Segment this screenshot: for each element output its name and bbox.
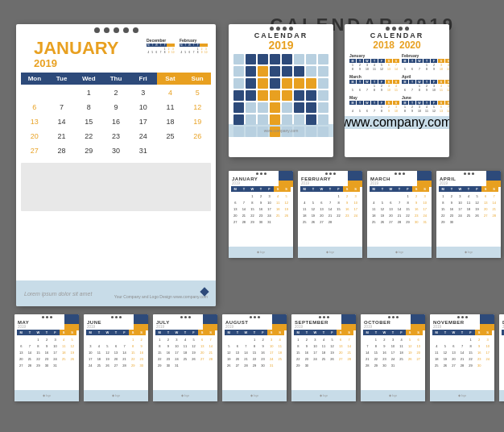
sc-day-headers: MTWTFSS [363,330,423,335]
sc-dh: F [473,186,481,192]
sc-dh: S [267,330,276,335]
sc-cal: --12345 6789101112 13141516171819 202122… [17,336,76,368]
cal-cell: 23 [102,130,130,143]
sc-dh: F [328,330,337,335]
sc-dh: S [414,330,423,335]
sc-cal: ---1234 567891011 12131415161718 1920212… [225,336,284,368]
small-card-mar: MARCH 2019 M T W T F S S ----123 4567891… [367,171,432,258]
sc-dh: M [155,330,164,335]
sc-dh: S [345,330,353,335]
px [306,54,316,64]
sc-cal: ----123 45678910 11121314151617 18192021… [370,193,429,225]
sc-day-headers: M T W T F S S [370,186,429,192]
px [246,54,256,64]
month-header: JANUARY 2019 [24,36,129,71]
card-year: 2019 [229,39,333,52]
sc-dh: W [242,330,250,335]
mini-cal-feb: February M T W T F S S 1 2 3 4 [180,38,208,54]
sc-day-headers: MTWTFSS [86,330,146,335]
sc-day-headers: M T W T F S S [439,186,498,192]
px [258,66,268,77]
color-block [203,314,217,330]
sc-footer: ◆ logo [84,390,148,401]
week-row-3: 20 21 22 23 24 25 26 [21,130,211,143]
sc-dh: S [275,330,284,335]
sc-footer: ◆ logo [229,247,293,258]
color-block [272,314,287,330]
footer-text: www.company.com [264,128,299,133]
cal-cell: 19 [184,115,211,129]
px [318,102,328,113]
small-card-jul: JULY 2019 MTWTFSS 1234567 891011121314 1… [153,314,217,401]
large-calendar-card: JANUARY 2019 December M T W T F S S [16,24,216,306]
cal-cell: 31 [130,144,157,158]
px [306,66,316,77]
sc-dh: S [490,186,498,192]
sc-footer: ◆ logo [14,390,79,401]
sc-footer: ◆ logo [430,390,494,401]
sc-dh: M [17,330,26,335]
px [258,78,268,89]
px [270,66,280,77]
year-number: 2019 [34,57,119,69]
px [258,114,268,125]
week-row-2: 13 14 15 16 17 18 19 [21,115,211,129]
px [294,78,304,89]
week-row-4: 27 28 29 30 31 [21,144,211,158]
cal-cell: 29 [75,144,102,158]
sc-dh: F [334,186,343,192]
cal-cell: 27 [21,144,48,158]
company-text: Your Company and Logo Design www.company… [114,294,208,299]
cal-cell: 6 [21,101,48,114]
cal-cell: 11 [157,101,184,114]
px [306,114,316,125]
sc-dh: S [198,330,207,335]
week-row-1b: 6 7 8 9 10 11 12 [21,101,211,114]
px [318,54,328,64]
sc-footer: ◆ logo [499,390,504,401]
small-card-apr: APRIL 2019 M T W T F S S 1234567 8910111… [436,171,501,258]
sc-dh: S [206,330,215,335]
sc-dh: F [258,330,267,335]
sc-header: DECEMBER 2019 [499,319,504,329]
sc-cal: 1234567 891011121314 15161718192021 2223… [439,193,498,225]
px [233,114,244,125]
day-header-sat: Sat [157,73,184,85]
years-row: 2018 2020 [345,39,449,51]
px [246,127,256,137]
color-block [279,171,293,187]
sc-dh: S [406,330,415,335]
two-year-grid: January MTWTFSS 1234567 891011121314 Feb… [345,51,449,116]
sc-day-headers: MTWTFSS [225,330,284,335]
spiral-binding [16,24,216,35]
small-card-sep: SEPTEMBER 2019 MTWTFSS 1234567 891011121… [291,314,356,401]
sc-dh: S [420,186,429,192]
px [306,78,316,89]
week-row-1: 1 2 3 4 5 [21,86,211,100]
sc-dh: T [26,330,35,335]
medium-graphic-card: CALENDAR 2019 [229,24,333,157]
cal-cell: 15 [75,115,102,129]
small-card-jun: JUNE 2019 MTWTFSS -----12 3456789 101112… [84,314,148,401]
sc-cal: ----123 45678910 11121314151617 18192021… [300,193,360,225]
sc-dh: T [326,186,335,192]
sc-dh: F [120,330,129,335]
ty-month-mar: March MTWTFSS 1234 567891011 [349,74,399,93]
px [258,54,268,64]
cal-cell: 17 [130,115,157,129]
px [270,102,280,113]
px [282,102,292,113]
mini-cal-dec: December M T W T F S S 1 2 3 4 [147,38,175,54]
sc-day-headers: MTWTFSS [17,330,76,335]
cal-cell: 3 [130,86,157,100]
spiral-binding [345,24,449,31]
color-block [411,314,425,330]
sc-day-headers: M T W T F S S [300,186,360,192]
sc-dh: W [311,330,320,335]
sc-dh: F [51,330,60,335]
px [282,90,292,101]
pixel-art-grid [229,52,333,124]
px [282,78,292,89]
cal-cell: 12 [184,101,211,114]
px [294,66,304,77]
